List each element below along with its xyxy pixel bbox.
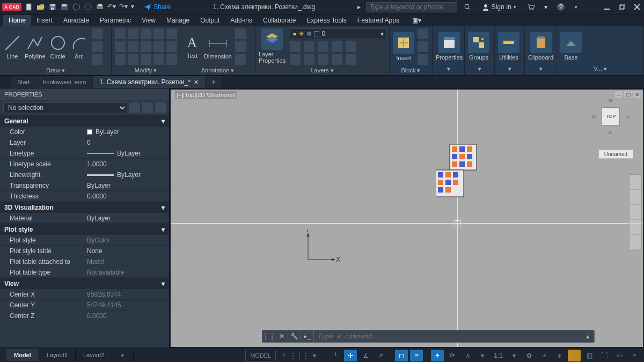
annotation-tool-icon[interactable] bbox=[235, 54, 246, 65]
search-input[interactable] bbox=[366, 2, 457, 12]
share-button[interactable]: Share bbox=[144, 3, 171, 11]
hardware-accel-icon[interactable]: ⛶ bbox=[598, 350, 611, 361]
file-tab-start[interactable]: Start bbox=[11, 76, 36, 88]
panel-title-modify[interactable]: Modify ▾ bbox=[112, 67, 180, 75]
nav-orbit-icon[interactable] bbox=[630, 220, 641, 235]
modify-tool-icon[interactable] bbox=[141, 54, 151, 65]
layout-tab[interactable]: Layout2 bbox=[76, 349, 112, 361]
prop-row[interactable]: LinetypeByLayer bbox=[0, 148, 169, 159]
drawing-area[interactable]: [–][Top][2D Wireframe] – ▢ ✕ X bbox=[170, 88, 644, 348]
polar-icon[interactable]: ✢ bbox=[344, 350, 357, 361]
layer-tool-icon[interactable] bbox=[290, 54, 301, 65]
prop-row[interactable]: LineweightByLayer bbox=[0, 169, 169, 180]
nav-pan-icon[interactable] bbox=[630, 190, 641, 205]
prop-group-header[interactable]: General▾ bbox=[0, 115, 169, 127]
cmd-history-icon[interactable]: ▴ bbox=[581, 330, 594, 342]
panel-title-groups[interactable]: ▾ bbox=[465, 65, 494, 75]
stretch-icon[interactable] bbox=[115, 54, 126, 65]
layer-properties-button[interactable]: Layer Properties bbox=[259, 28, 286, 64]
annotation-scale[interactable]: 1:1 bbox=[491, 350, 506, 361]
save-icon[interactable] bbox=[48, 3, 57, 11]
modify-tool-icon[interactable] bbox=[153, 54, 164, 65]
layer-lock-icon[interactable] bbox=[318, 41, 328, 52]
window-restore-icon[interactable] bbox=[617, 2, 627, 12]
viewport-label[interactable]: [–][Top][2D Wireframe] bbox=[175, 91, 237, 99]
tab-output[interactable]: Output bbox=[195, 15, 225, 26]
tab-insert[interactable]: Insert bbox=[31, 15, 58, 26]
signin-button[interactable]: Sign In ▾ bbox=[482, 3, 516, 11]
layer-off-icon[interactable] bbox=[290, 41, 301, 52]
groups-button[interactable]: Groups bbox=[468, 32, 489, 61]
viewport-minimize-icon[interactable]: – bbox=[615, 91, 623, 98]
otrack-icon[interactable]: ↗ bbox=[374, 350, 387, 361]
line-button[interactable]: Line bbox=[3, 34, 21, 60]
tab-featured-apps[interactable]: Featured Apps bbox=[352, 15, 405, 26]
tab-express-tools[interactable]: Express Tools bbox=[301, 15, 352, 26]
utilities-button[interactable]: Utilities bbox=[498, 32, 519, 61]
selection-combo[interactable]: No selection bbox=[3, 102, 127, 113]
infer-icon[interactable]: ▾ bbox=[308, 350, 321, 361]
grid-icon[interactable]: ﹟ bbox=[278, 350, 291, 361]
window-minimize-icon[interactable] bbox=[602, 2, 612, 12]
base-view-button[interactable]: Base bbox=[560, 32, 582, 61]
cmd-handle-icon[interactable]: ⋮⋮ bbox=[262, 330, 275, 342]
layout-tab-model[interactable]: Model bbox=[6, 349, 39, 361]
help-icon[interactable]: ? bbox=[556, 2, 566, 12]
array-icon[interactable] bbox=[153, 41, 164, 52]
polyline-button[interactable]: Polyline bbox=[25, 34, 46, 60]
cycling-icon[interactable]: ⟳ bbox=[446, 350, 459, 361]
cmd-customize-icon[interactable]: 🔧 bbox=[288, 330, 301, 342]
prop-row[interactable]: TransparencyByLayer bbox=[0, 180, 169, 191]
prop-row[interactable]: ColorByLayer bbox=[0, 127, 169, 137]
tab-parametric[interactable]: Parametric bbox=[94, 15, 136, 26]
units-icon[interactable]: ⎈ bbox=[553, 350, 566, 361]
prop-row[interactable]: Center Y54749.4145 bbox=[0, 300, 169, 311]
erase-icon[interactable] bbox=[153, 28, 164, 39]
leader-icon[interactable] bbox=[235, 28, 246, 39]
open-web-icon[interactable] bbox=[72, 3, 80, 11]
scale-icon[interactable] bbox=[128, 54, 138, 65]
fillet-icon[interactable] bbox=[141, 41, 151, 52]
insert-block-button[interactable]: Insert bbox=[393, 32, 414, 61]
prop-group-header[interactable]: 3D Visualization▾ bbox=[0, 202, 169, 213]
layer-tool-icon[interactable] bbox=[332, 54, 342, 65]
prop-group-header[interactable]: Plot style▾ bbox=[0, 224, 169, 235]
block-tool-icon[interactable] bbox=[418, 28, 428, 39]
properties-button[interactable]: Properties bbox=[436, 32, 463, 61]
explode-icon[interactable] bbox=[166, 28, 177, 39]
trim-icon[interactable] bbox=[141, 28, 151, 39]
window-close-icon[interactable] bbox=[632, 2, 642, 12]
cart-icon[interactable] bbox=[526, 2, 536, 12]
annomonitor-icon[interactable]: ＋ bbox=[538, 350, 551, 361]
tab-manage[interactable]: Manage bbox=[161, 15, 195, 26]
tab-home[interactable]: Home bbox=[3, 15, 31, 26]
search-icon[interactable] bbox=[463, 2, 472, 12]
docname-next-icon[interactable]: ▸ bbox=[357, 3, 361, 11]
arc-button[interactable]: Arc bbox=[70, 34, 89, 60]
scale-dropdown-icon[interactable]: ▾ bbox=[508, 350, 521, 361]
ortho-icon[interactable]: └ bbox=[329, 350, 342, 361]
viewport-close-icon[interactable]: ✕ bbox=[633, 91, 641, 98]
layer-tool-icon[interactable] bbox=[304, 54, 314, 65]
draw-tool-icon[interactable] bbox=[92, 28, 103, 39]
redo-icon[interactable]: ↷▾ bbox=[119, 3, 128, 11]
clipboard-button[interactable]: Clipboard bbox=[528, 32, 553, 61]
osnap-icon[interactable]: ◻ bbox=[395, 350, 408, 361]
viewcube-e[interactable]: E bbox=[626, 114, 630, 119]
lineweight-icon[interactable]: ≡ bbox=[410, 350, 423, 361]
prop-row[interactable]: Plot table typeNot available bbox=[0, 267, 169, 278]
ucs-icon[interactable]: X Y bbox=[303, 230, 340, 268]
undo-icon[interactable]: ↶▾ bbox=[107, 3, 116, 11]
layout-tab-add[interactable]: ＋ bbox=[112, 349, 134, 361]
transparency-icon[interactable]: ✦ bbox=[431, 350, 444, 361]
saveas-icon[interactable] bbox=[60, 3, 69, 11]
prop-row[interactable]: Center X95928.6374 bbox=[0, 289, 169, 300]
help-dropdown-icon[interactable]: ▾ bbox=[571, 2, 581, 12]
selectobjects-icon[interactable] bbox=[142, 102, 153, 113]
prop-row[interactable]: Center Z0.0000 bbox=[0, 311, 169, 321]
nav-zoom-icon[interactable] bbox=[630, 205, 641, 220]
layer-combo[interactable]: ●☀❄ 0 ▾ bbox=[290, 28, 386, 39]
draw-tool-icon[interactable] bbox=[92, 41, 103, 52]
command-input[interactable] bbox=[314, 333, 581, 340]
dimension-button[interactable]: Dimension bbox=[204, 34, 232, 60]
